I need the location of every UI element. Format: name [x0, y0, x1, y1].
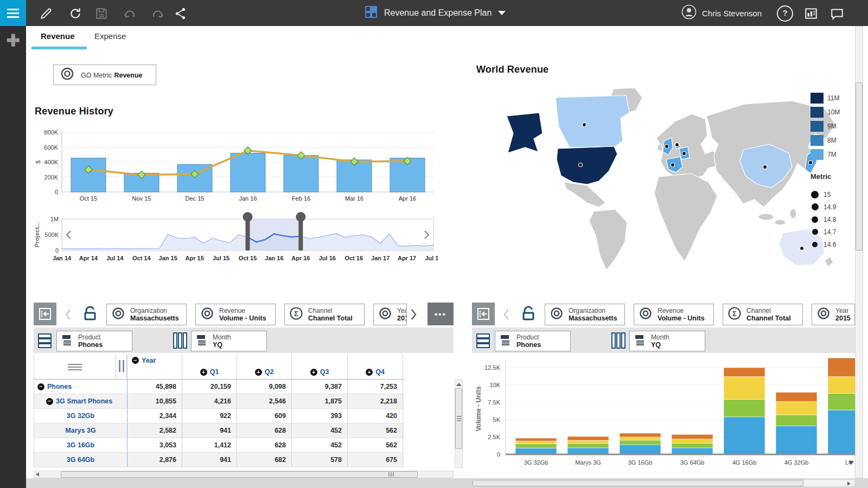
- cell-phones-c3[interactable]: 9,387: [292, 380, 348, 394]
- cell-3g-smart-phones-c3[interactable]: 1,875: [292, 394, 348, 408]
- filter-chip-channel[interactable]: ΣChannelChannel Total: [284, 304, 365, 325]
- stack-3g-32gb-q4[interactable]: [515, 438, 557, 441]
- page-vscroll-thumb[interactable]: [856, 82, 863, 251]
- stack-4g-16gb-q2[interactable]: [724, 399, 765, 417]
- expand-icon[interactable]: +: [200, 369, 207, 376]
- cell-marys-3g-c3[interactable]: 452: [292, 423, 348, 438]
- refresh-icon[interactable]: [68, 7, 82, 21]
- rows-chip-product[interactable]: ProductPhones: [56, 331, 132, 351]
- title-dropdown-caret-icon[interactable]: [498, 11, 506, 15]
- rows-chip-product[interactable]: ProductPhones: [495, 331, 571, 351]
- right-widget-collapse-button[interactable]: [472, 303, 495, 325]
- map-point-united-kingdom[interactable]: [665, 145, 669, 149]
- cell-marys-3g-c4[interactable]: 562: [348, 423, 403, 438]
- map-region-indonesia-1[interactable]: [758, 214, 774, 220]
- stack-l4-q1[interactable]: [828, 410, 855, 454]
- hamburger-menu-button[interactable]: [0, 0, 26, 26]
- stack-3g-64gb-q4[interactable]: [672, 434, 713, 439]
- right-hscroll-right-arrow[interactable]: [847, 481, 851, 486]
- map-region-mexico[interactable]: [564, 182, 605, 207]
- chat-bubble-icon[interactable]: [830, 7, 844, 21]
- cell-3g-smart-phones-c1[interactable]: 4,216: [182, 394, 237, 408]
- filter-chip-channel[interactable]: ΣChannelChannel Total: [723, 304, 803, 325]
- left-widget-scroll-right-chevron[interactable]: [408, 308, 419, 321]
- filter-chip-organization[interactable]: OrganizationMassachusetts: [545, 304, 625, 325]
- undo-icon[interactable]: [123, 7, 137, 21]
- map-region-new-zealand[interactable]: [825, 257, 833, 267]
- cell-phones-c1[interactable]: 20,159: [182, 380, 237, 394]
- expand-icon[interactable]: +: [366, 369, 373, 376]
- left-hscroll-left-arrow[interactable]: [36, 472, 39, 477]
- cell-3g-32gb-c1[interactable]: 922: [182, 409, 237, 423]
- stack-4g-16gb-q3[interactable]: [724, 377, 765, 400]
- stack-l4-q3[interactable]: [828, 377, 855, 394]
- stack-l4-q2[interactable]: [828, 393, 855, 410]
- map-point-netherlands[interactable]: [675, 143, 679, 147]
- help-button[interactable]: ?: [777, 5, 793, 22]
- map-region-united-states[interactable]: [557, 146, 617, 184]
- history-bar-feb-16[interactable]: [284, 156, 318, 192]
- stack-3g-64gb-q3[interactable]: [672, 439, 713, 443]
- cell-3g-64gb-c0[interactable]: 2,876: [127, 453, 182, 467]
- stack-3g-16gb-q4[interactable]: [620, 433, 661, 437]
- filter-chip-year[interactable]: Year2015: [812, 304, 855, 325]
- map-point-china[interactable]: [763, 165, 767, 169]
- stack-3g-32gb-q2[interactable]: [515, 444, 557, 448]
- map-point-france[interactable]: [671, 163, 675, 167]
- stack-4g-32gb-q4[interactable]: [776, 392, 817, 401]
- cell-3g-16gb-c3[interactable]: 452: [292, 438, 348, 452]
- row-header-phones[interactable]: −Phones: [34, 380, 127, 394]
- stack-4g-32gb-q3[interactable]: [776, 402, 817, 415]
- map-region-south-america[interactable]: [589, 209, 627, 270]
- stack-marys-3g-q1[interactable]: [567, 448, 609, 454]
- stack-3g-64gb-q1[interactable]: [672, 448, 713, 454]
- history-bar-oct-15[interactable]: [71, 158, 106, 192]
- rows-axis-icon[interactable]: [38, 333, 52, 351]
- left-hscroll-thumb[interactable]: [61, 471, 418, 478]
- go-metric-widget[interactable]: GO Metric Revenue: [53, 65, 156, 85]
- cell-3g-16gb-c0[interactable]: 3,053: [127, 438, 182, 452]
- row-header-3g-64gb[interactable]: 3G 64Gb: [34, 453, 127, 467]
- stack-marys-3g-q3[interactable]: [567, 440, 609, 444]
- cell-phones-c2[interactable]: 9,098: [237, 380, 292, 394]
- map-point-germany[interactable]: [682, 152, 686, 156]
- unlocked-padlock-icon[interactable]: [520, 305, 537, 324]
- map-point-united-states[interactable]: [579, 163, 583, 167]
- tab-expense[interactable]: Expense: [94, 31, 126, 41]
- history-bar-jan-16[interactable]: [231, 153, 265, 192]
- stack-marys-3g-q2[interactable]: [567, 444, 609, 448]
- column-header-q3[interactable]: +Q3: [292, 355, 348, 379]
- right-hscroll-thumb[interactable]: [473, 480, 803, 486]
- stack-3g-32gb-q3[interactable]: [515, 441, 557, 444]
- cell-3g-32gb-c2[interactable]: 609: [237, 409, 292, 423]
- cell-3g-smart-phones-c0[interactable]: 10,855: [127, 394, 182, 408]
- expand-icon[interactable]: +: [310, 369, 317, 376]
- left-widget-scroll-left-chevron[interactable]: [63, 308, 74, 321]
- map-region-alaska[interactable]: [507, 113, 542, 153]
- cols-chip-month[interactable]: MonthYQ: [629, 331, 705, 351]
- map-region-africa[interactable]: [654, 174, 717, 261]
- cols-chip-month[interactable]: MonthYQ: [191, 331, 267, 351]
- column-header-q2[interactable]: +Q2: [237, 355, 292, 379]
- cell-3g-32gb-c0[interactable]: 2,344: [127, 409, 182, 423]
- add-widget-button[interactable]: ✚: [4, 33, 22, 50]
- stack-4g-32gb-q2[interactable]: [776, 415, 817, 426]
- cell-3g-64gb-c3[interactable]: 578: [292, 453, 348, 467]
- stack-3g-16gb-q1[interactable]: [620, 445, 661, 454]
- save-icon[interactable]: [94, 7, 108, 21]
- expand-icon[interactable]: +: [255, 369, 262, 376]
- cell-marys-3g-c1[interactable]: 941: [182, 423, 237, 438]
- cell-3g-64gb-c4[interactable]: 675: [348, 453, 403, 467]
- tab-revenue[interactable]: Revenue: [41, 31, 75, 41]
- stack-marys-3g-q4[interactable]: [567, 436, 609, 440]
- cell-marys-3g-c0[interactable]: 2,582: [127, 423, 182, 438]
- stack-4g-16gb-q4[interactable]: [724, 368, 765, 377]
- cell-3g-16gb-c2[interactable]: 628: [237, 438, 292, 452]
- collapse-icon[interactable]: −: [46, 398, 53, 405]
- row-header-marys-3g[interactable]: Marys 3G: [34, 423, 127, 438]
- column-header-year[interactable]: −Year: [127, 355, 182, 379]
- left-widget-more-button[interactable]: •••: [427, 303, 454, 325]
- filter-chip-revenue[interactable]: RevenueVolume - Units: [195, 304, 276, 325]
- row-header-3g-32gb[interactable]: 3G 32Gb: [34, 409, 127, 423]
- map-point-canada[interactable]: [583, 123, 586, 127]
